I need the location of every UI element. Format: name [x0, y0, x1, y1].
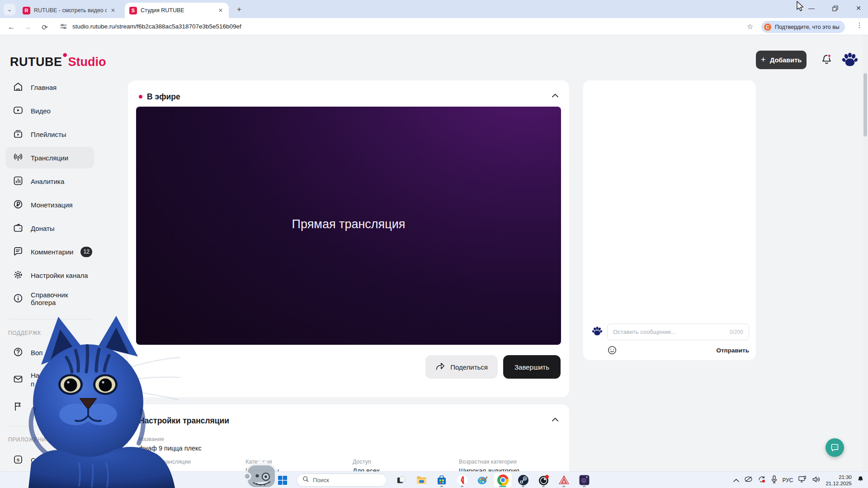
- browser-menu-button[interactable]: ⋮: [856, 21, 863, 29]
- yandex-browser-button[interactable]: [453, 473, 471, 488]
- tab-rutube[interactable]: R RUTUBE - смотреть видео онл ✕: [18, 3, 121, 18]
- sidebar-label: Аналитика: [31, 178, 64, 185]
- tray-microphone-icon[interactable]: [771, 475, 777, 485]
- language-indicator[interactable]: РУС: [782, 477, 793, 483]
- share-icon: [435, 362, 445, 372]
- sidebar-item-analytics[interactable]: Аналитика: [5, 170, 94, 192]
- rutube-favicon: R: [23, 7, 30, 14]
- wallet-icon: [13, 222, 24, 235]
- sidebar-item-playlists[interactable]: Плейлисты: [5, 123, 94, 145]
- video-icon: [13, 105, 24, 117]
- send-message-button[interactable]: Отправить: [716, 347, 749, 354]
- tray-hidden-icon[interactable]: [744, 476, 753, 484]
- sidebar-item-channel-settings[interactable]: Настройки канала: [5, 264, 94, 286]
- collapse-chevron-icon[interactable]: [552, 91, 558, 99]
- browser-tab-strip: ⌄ R RUTUBE - смотреть видео онл ✕ S Студ…: [0, 0, 868, 18]
- finish-stream-button[interactable]: Завершить: [503, 355, 561, 379]
- sidebar-item-broadcasts[interactable]: Трансляции: [5, 147, 94, 169]
- chat-message-field[interactable]: 0/200: [607, 324, 749, 340]
- steam-button[interactable]: [514, 473, 532, 488]
- obs-studio-button[interactable]: [534, 473, 552, 488]
- restore-button[interactable]: [829, 3, 841, 14]
- support-chat-fab[interactable]: [826, 438, 844, 457]
- live-card-title: В эфире: [147, 92, 180, 102]
- minimize-button[interactable]: —: [806, 3, 817, 14]
- sidebar-item-comments[interactable]: Комментарии 12: [5, 241, 94, 263]
- broadcast-icon: [13, 152, 24, 164]
- tab-search-button[interactable]: ⌄: [4, 4, 15, 15]
- purple-game-app-button[interactable]: [575, 473, 593, 488]
- share-button[interactable]: Поделиться: [425, 355, 498, 379]
- flag-icon: [13, 401, 24, 413]
- sidebar-item-monetization[interactable]: Монетизация: [5, 194, 94, 216]
- sidebar-label: Донаты: [31, 225, 55, 232]
- chat-user-avatar-paw: [591, 325, 603, 339]
- tab-close-icon[interactable]: ✕: [217, 7, 224, 14]
- chrome-icon: [497, 474, 509, 486]
- tab-close-icon[interactable]: ✕: [109, 7, 117, 14]
- taskbar-search-box[interactable]: [297, 474, 387, 487]
- url-bar[interactable]: studio.rutube.ru/stream/f6b2ca388ac5a318…: [72, 23, 241, 30]
- microsoft-store-button[interactable]: [433, 473, 451, 488]
- home-icon: [13, 81, 24, 94]
- blue-cat-webcam-overlay: [25, 314, 181, 488]
- profile-avatar-paw[interactable]: [840, 50, 860, 70]
- notification-center-bell-icon[interactable]: [857, 475, 864, 485]
- page-scrollbar-track[interactable]: [863, 35, 868, 471]
- tray-date: 21.12.2025: [826, 480, 852, 487]
- chrome-button[interactable]: [494, 473, 512, 488]
- sidebar-item-donates[interactable]: Донаты: [5, 217, 94, 239]
- bookmark-star-icon[interactable]: ☆: [747, 22, 753, 31]
- sidebar-label: Монетизация: [31, 201, 73, 209]
- emoji-picker-icon[interactable]: [607, 345, 617, 357]
- task-view-button[interactable]: [392, 473, 410, 488]
- paint-button[interactable]: [473, 473, 491, 488]
- sidebar-label: Настройки канала: [31, 272, 88, 279]
- info-circle-icon: [13, 293, 24, 305]
- sidebar-label: Справочник блогера: [31, 291, 94, 306]
- chat-message-input[interactable]: [608, 328, 730, 335]
- question-circle-icon: [13, 347, 24, 359]
- tray-volume-icon[interactable]: [812, 476, 821, 485]
- stream-preview: Прямая трансляция: [136, 107, 561, 345]
- stream-preview-label: Прямая трансляция: [136, 217, 561, 231]
- tray-chevron-icon[interactable]: [733, 476, 739, 484]
- ruble-circle-icon: [13, 199, 24, 211]
- tray-network-icon[interactable]: [798, 476, 807, 485]
- red-triangle-app-button[interactable]: [555, 473, 573, 488]
- sidebar-label: Плейлисты: [31, 131, 66, 138]
- add-button[interactable]: + Добавить: [756, 51, 807, 69]
- plus-icon: +: [761, 55, 766, 65]
- forward-button[interactable]: →: [22, 21, 33, 33]
- mouse-cursor: [796, 1, 805, 13]
- sidebar-label: Комментарии: [31, 248, 73, 256]
- verify-identity-button[interactable]: C Подтвердите, что это вы: [761, 21, 845, 33]
- rutube-studio-logo[interactable]: RUTUBE•Studio: [10, 53, 106, 69]
- close-window-button[interactable]: ✕: [853, 3, 864, 14]
- char-counter: 0/200: [730, 329, 749, 335]
- tray-sync-update-icon[interactable]: [758, 475, 766, 485]
- tab-title: Студия RUTUBE: [141, 7, 214, 14]
- site-info-icon[interactable]: [60, 23, 67, 32]
- comments-count-badge: 12: [80, 247, 92, 257]
- envelope-icon: [13, 374, 24, 386]
- notifications-bell-icon[interactable]: [821, 53, 833, 67]
- analytics-icon: [13, 175, 24, 188]
- collapse-chevron-icon[interactable]: [552, 415, 558, 423]
- new-tab-button[interactable]: +: [234, 5, 244, 14]
- sidebar-item-home[interactable]: Главная: [5, 76, 94, 98]
- file-explorer-button[interactable]: [412, 473, 430, 488]
- sidebar-label: Трансляции: [31, 154, 68, 162]
- sidebar-item-video[interactable]: Видео: [5, 100, 94, 122]
- back-button[interactable]: ←: [5, 21, 17, 33]
- clock[interactable]: 21:30 21.12.2025: [826, 474, 852, 487]
- taskbar-search-input[interactable]: [313, 477, 372, 483]
- tab-studio[interactable]: S Студия RUTUBE ✕: [125, 3, 229, 18]
- page-scrollbar-thumb[interactable]: [863, 73, 867, 136]
- reload-button[interactable]: ⟳: [39, 21, 51, 33]
- live-indicator-dot: [139, 95, 142, 99]
- sidebar-label: Главная: [31, 84, 57, 91]
- sidebar-item-blogger-guide[interactable]: Справочник блогера: [5, 288, 94, 310]
- verify-badge-icon: C: [764, 23, 772, 31]
- studio-favicon: S: [129, 7, 137, 14]
